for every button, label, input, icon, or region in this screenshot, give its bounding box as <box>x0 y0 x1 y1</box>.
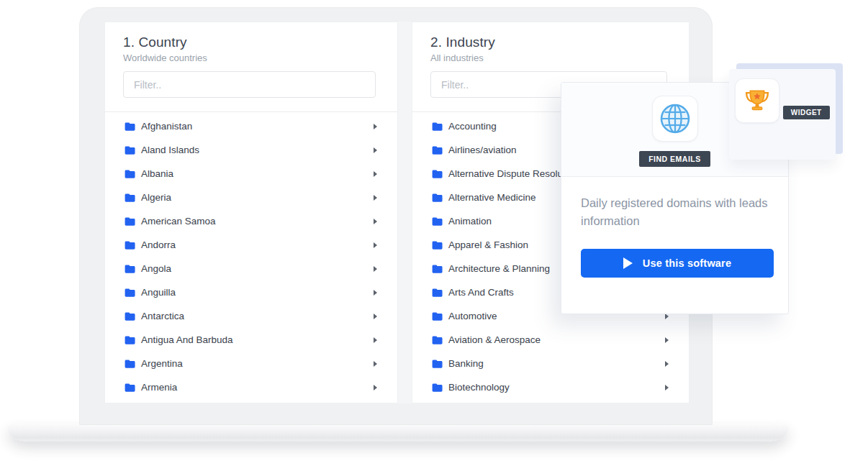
folder-icon <box>125 217 135 226</box>
folder-icon <box>125 241 135 250</box>
country-list-item-label: American Samoa <box>141 216 216 227</box>
country-list-item[interactable]: Armenia <box>105 375 397 399</box>
folder-icon <box>432 288 443 297</box>
folder-icon <box>432 383 443 392</box>
folder-icon <box>432 360 443 368</box>
folder-icon <box>432 170 443 178</box>
country-list-item[interactable]: Algeria <box>105 186 397 209</box>
chevron-right-icon <box>374 266 377 272</box>
chevron-right-icon <box>665 361 669 367</box>
country-list-item[interactable]: Anguilla <box>105 280 397 304</box>
country-list-item[interactable]: Albania <box>105 162 397 186</box>
play-icon <box>623 257 633 269</box>
chevron-right-icon <box>374 124 377 129</box>
chevron-right-icon <box>374 290 377 296</box>
country-list-item-label: Aland Islands <box>141 145 199 155</box>
country-list-item[interactable]: Angola <box>105 257 397 280</box>
chevron-right-icon <box>374 385 377 390</box>
widget-badge: WIDGET <box>783 106 830 119</box>
industry-list-item-label: Airlines/aviation <box>448 145 517 155</box>
chevron-right-icon <box>374 195 377 201</box>
folder-icon <box>432 241 443 250</box>
chevron-right-icon <box>665 337 669 343</box>
folder-icon <box>432 312 443 321</box>
folder-icon <box>125 146 135 155</box>
folder-icon <box>432 336 443 344</box>
industry-list-item-label: Automotive <box>448 311 497 321</box>
chevron-right-icon <box>374 337 377 343</box>
country-list-item-label: Angola <box>141 263 171 274</box>
folder-icon <box>432 122 443 131</box>
country-list-item-label: Algeria <box>141 192 171 203</box>
panel-subtitle-country: Worldwide countries <box>123 52 376 63</box>
folder-icon <box>125 383 135 392</box>
industry-list-item-label: Architecture & Planning <box>448 263 550 274</box>
country-list-item-label: Andorra <box>141 239 176 250</box>
industry-list-item-label: Apparel & Fashion <box>448 239 528 250</box>
folder-icon <box>432 193 443 202</box>
country-list-item-label: Armenia <box>141 382 177 393</box>
laptop-base <box>7 424 789 442</box>
country-list-item[interactable]: Antigua And Barbuda <box>105 328 397 352</box>
country-list: Afghanistan Aland Islands <box>105 112 397 399</box>
folder-icon <box>125 360 135 368</box>
country-filter-input[interactable] <box>123 71 376 98</box>
chevron-right-icon <box>374 242 377 248</box>
industry-list-item-label: Animation <box>448 216 492 227</box>
country-list-item[interactable]: American Samoa <box>105 209 397 233</box>
folder-icon <box>125 193 135 202</box>
chevron-right-icon <box>374 219 377 224</box>
country-list-item[interactable]: Afghanistan <box>105 114 397 138</box>
chevron-right-icon <box>374 147 377 153</box>
country-panel: 1. Country Worldwide countries <box>104 22 398 403</box>
folder-icon <box>125 170 135 178</box>
folder-icon <box>125 265 135 273</box>
industry-list-item-label: Aviation & Aerospace <box>448 334 541 345</box>
industry-list-item-label: Biotechnology <box>448 382 510 393</box>
industry-list-item-label: Arts And Crafts <box>448 287 514 298</box>
country-list-item-label: Antigua And Barbuda <box>141 334 233 345</box>
use-software-button[interactable]: Use this software <box>581 249 774 278</box>
industry-list-item-label: Accounting <box>448 121 497 132</box>
country-panel-header: 1. Country Worldwide countries <box>105 22 397 112</box>
globe-icon <box>652 96 698 142</box>
country-list-item-label: Albania <box>141 168 173 179</box>
industry-list-item[interactable]: Biotechnology <box>412 375 689 399</box>
chevron-right-icon <box>374 361 377 367</box>
country-list-item[interactable]: Andorra <box>105 233 397 257</box>
use-software-label: Use this software <box>643 257 731 269</box>
folder-icon <box>125 312 135 321</box>
chevron-right-icon <box>665 385 669 390</box>
folder-icon <box>125 288 135 297</box>
card-description: Daily registered domains with leads info… <box>581 194 769 230</box>
widget-card: WIDGET <box>729 69 836 160</box>
folder-icon <box>432 146 443 155</box>
country-list-item[interactable]: Antarctica <box>105 304 397 328</box>
country-list-item[interactable]: Aland Islands <box>105 138 397 162</box>
industry-list-item-label: Banking <box>448 358 484 369</box>
chevron-right-icon <box>374 314 377 319</box>
panel-subtitle-industry: All industries <box>430 52 667 63</box>
find-emails-badge: FIND EMAILS <box>639 151 710 167</box>
industry-list-item-label: Alternative Dispute Resolution <box>448 168 579 179</box>
folder-icon <box>125 122 135 131</box>
chevron-right-icon <box>374 171 377 177</box>
country-list-item-label: Afghanistan <box>141 121 192 132</box>
country-list-item-label: Antarctica <box>141 311 184 321</box>
industry-list-item[interactable]: Aviation & Aerospace <box>412 328 689 352</box>
industry-list-item-label: Alternative Medicine <box>448 192 536 203</box>
folder-icon <box>125 336 135 344</box>
folder-icon <box>432 217 443 226</box>
panel-title-country: 1. Country <box>123 35 376 50</box>
industry-list-item[interactable]: Banking <box>412 352 689 375</box>
panel-title-industry: 2. Industry <box>430 35 667 50</box>
page: 1. Country Worldwide countries <box>0 0 868 466</box>
folder-icon <box>432 265 443 273</box>
find-emails-card-body: Daily registered domains with leads info… <box>561 177 788 278</box>
country-list-item[interactable]: Argentina <box>105 352 397 375</box>
country-list-item-label: Anguilla <box>141 287 176 298</box>
trophy-icon <box>735 78 779 123</box>
country-list-item-label: Argentina <box>141 358 183 369</box>
